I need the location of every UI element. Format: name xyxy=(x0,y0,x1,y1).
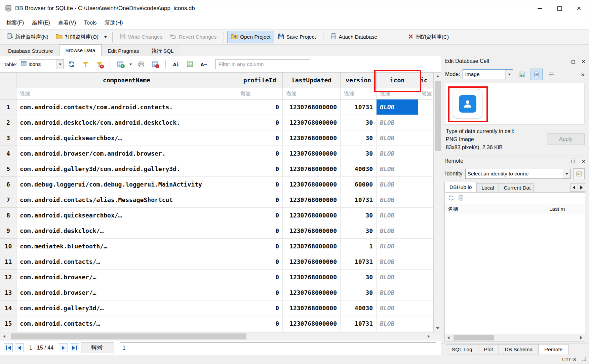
cell-version[interactable]: 1 xyxy=(341,239,377,254)
cell-profileid[interactable]: 0 xyxy=(237,300,283,316)
remote-column-name[interactable]: 名稱 xyxy=(445,204,546,214)
cell-overflow[interactable] xyxy=(418,146,433,161)
cell-profileid[interactable]: 0 xyxy=(237,192,283,208)
cell-profileid[interactable]: 0 xyxy=(237,239,283,254)
column-header-icon[interactable]: icon xyxy=(377,73,418,88)
cell-lastupdated[interactable]: 1230768000000 xyxy=(283,161,341,177)
save-project-button[interactable]: Save Project xyxy=(274,31,320,43)
cell-componentname[interactable]: com.debug.loggerui/com.debug.loggerui.Ma… xyxy=(16,177,237,192)
tab-database-structure[interactable]: Database Structure xyxy=(2,46,60,56)
cell-overflow[interactable] xyxy=(418,99,433,115)
cell-icon-blob[interactable]: BLOB xyxy=(377,285,418,300)
filter-funnel-button[interactable] xyxy=(79,59,91,70)
vertical-scrollbar-thumb[interactable] xyxy=(435,81,441,151)
cell-componentname[interactable]: com.android.gallery3d/… xyxy=(16,300,237,316)
cell-version[interactable]: 10731 xyxy=(341,254,377,270)
cell-version[interactable]: 30 xyxy=(341,223,377,239)
cell-icon-blob[interactable]: BLOB xyxy=(377,99,418,115)
cell-icon-blob[interactable]: BLOB xyxy=(377,300,418,316)
filter-clipped-input[interactable]: 過濾 xyxy=(418,88,433,99)
float-panel-icon[interactable] xyxy=(572,59,576,64)
cell-lastupdated[interactable]: 1230768000000 xyxy=(283,270,341,285)
cell-version[interactable]: 30 xyxy=(341,146,377,161)
cell-version[interactable]: 30 xyxy=(341,130,377,146)
filter-profileid-input[interactable]: 過濾 xyxy=(237,88,283,99)
print-records-button[interactable] xyxy=(135,59,147,70)
filter-componentname-input[interactable]: 過濾 xyxy=(16,88,237,99)
cell-icon-blob[interactable]: BLOB xyxy=(377,192,418,208)
revert-changes-button[interactable]: Revert Changes xyxy=(166,31,220,43)
import-identity-button[interactable] xyxy=(573,168,585,179)
maximize-button[interactable] xyxy=(550,0,569,16)
horizontal-scrollbar[interactable] xyxy=(0,332,441,340)
cell-componentname[interactable]: com.android.browser/… xyxy=(16,270,237,285)
tab-execute-sql[interactable]: 執行 SQL xyxy=(145,46,180,56)
cell-version[interactable]: 10731 xyxy=(341,192,377,208)
cell-componentname[interactable]: com.android.quicksearchbox/… xyxy=(16,208,237,223)
apply-button[interactable]: Apply xyxy=(547,133,585,145)
cell-overflow[interactable] xyxy=(418,208,433,223)
cell-icon-blob[interactable]: BLOB xyxy=(377,239,418,254)
row-number[interactable]: 8 xyxy=(0,208,16,223)
cell-icon-blob[interactable]: BLOB xyxy=(377,208,418,223)
goto-record-button[interactable]: 轉到: xyxy=(81,342,114,353)
toolbar-overflow-icon[interactable]: » xyxy=(581,71,585,78)
cell-profileid[interactable]: 0 xyxy=(237,130,283,146)
cell-lastupdated[interactable]: 1230768000000 xyxy=(283,239,341,254)
cell-componentname[interactable]: com.mediatek.bluetooth/… xyxy=(16,239,237,254)
cell-componentname[interactable]: com.android.browser/com.android.browser. xyxy=(16,146,237,161)
cell-lastupdated[interactable]: 1230768000000 xyxy=(283,146,341,161)
insert-record-dropdown[interactable] xyxy=(128,59,133,70)
cell-lastupdated[interactable]: 1230768000000 xyxy=(283,130,341,146)
row-number[interactable]: 2 xyxy=(0,115,16,130)
cell-componentname[interactable]: com.android.browser/… xyxy=(16,285,237,300)
column-header-profileid[interactable]: profileId xyxy=(237,73,283,88)
cell-version[interactable]: 30 xyxy=(341,208,377,223)
cell-lastupdated[interactable]: 1230768000000 xyxy=(283,300,341,316)
cell-profileid[interactable]: 0 xyxy=(237,316,283,331)
cell-overflow[interactable] xyxy=(418,285,433,300)
cell-lastupdated[interactable]: 1230768000000 xyxy=(283,254,341,270)
cell-overflow[interactable] xyxy=(418,161,433,177)
menu-item-tools[interactable]: Tools xyxy=(80,18,101,28)
menu-item-view[interactable]: 查看(V) xyxy=(54,17,80,29)
cell-icon-blob[interactable]: BLOB xyxy=(377,130,418,146)
cell-profileid[interactable]: 0 xyxy=(237,161,283,177)
cell-overflow[interactable] xyxy=(418,270,433,285)
cell-icon-blob[interactable]: BLOB xyxy=(377,177,418,192)
cell-profileid[interactable]: 0 xyxy=(237,270,283,285)
cell-componentname[interactable]: com.android.contacts/… xyxy=(16,254,237,270)
cell-lastupdated[interactable]: 1230768000000 xyxy=(283,177,341,192)
cell-lastupdated[interactable]: 1230768000000 xyxy=(283,316,341,331)
row-number[interactable]: 11 xyxy=(0,254,16,270)
first-page-button[interactable] xyxy=(4,343,13,352)
table-select[interactable]: icons xyxy=(19,59,64,69)
open-database-button[interactable]: 打開資料庫(O) xyxy=(52,31,102,43)
row-number[interactable]: 3 xyxy=(0,130,16,146)
sort-ascending-button[interactable]: A xyxy=(170,59,182,70)
new-database-button[interactable]: 新建資料庫(N) xyxy=(3,30,52,44)
attach-database-button[interactable]: Attach Database xyxy=(327,30,381,44)
previous-page-button[interactable] xyxy=(15,343,24,352)
next-page-button[interactable] xyxy=(59,343,68,352)
cell-overflow[interactable] xyxy=(418,300,433,316)
cell-icon-blob[interactable]: BLOB xyxy=(377,254,418,270)
identity-select[interactable]: Select an identity to conne xyxy=(465,169,571,179)
filter-lastupdated-input[interactable]: 過濾 xyxy=(283,88,341,99)
cell-version[interactable]: 30 xyxy=(341,285,377,300)
minimize-button[interactable] xyxy=(530,0,550,16)
remote-horizontal-scrollbar[interactable] xyxy=(445,334,585,341)
word-wrap-button[interactable] xyxy=(545,69,557,80)
cell-version[interactable]: 30 xyxy=(341,270,377,285)
cell-overflow[interactable] xyxy=(418,115,433,130)
cell-componentname[interactable]: com.android.gallery3d/com.android.galler… xyxy=(16,161,237,177)
cell-version[interactable]: 10731 xyxy=(341,316,377,331)
cell-componentname[interactable]: com.android.contacts/alias.MessageShortc… xyxy=(16,192,237,208)
menu-item-file[interactable]: 檔案(F) xyxy=(2,17,28,29)
cell-icon-blob[interactable]: BLOB xyxy=(377,161,418,177)
cell-lastupdated[interactable]: 1230768000000 xyxy=(283,99,341,115)
cell-version[interactable]: 40030 xyxy=(341,161,377,177)
mode-select[interactable]: Image xyxy=(463,69,513,79)
cell-icon-blob[interactable]: BLOB xyxy=(377,146,418,161)
cell-overflow[interactable] xyxy=(418,254,433,270)
